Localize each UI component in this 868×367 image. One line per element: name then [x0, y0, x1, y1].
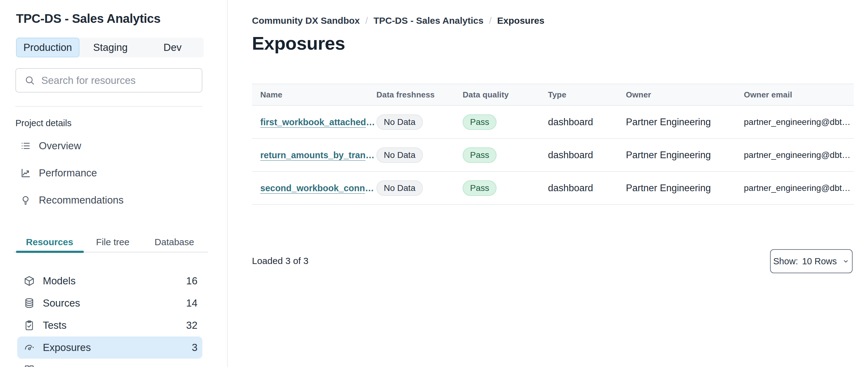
page-size-label: Show:: [773, 256, 798, 266]
env-tab-staging[interactable]: Staging: [80, 38, 142, 57]
resource-count: 3: [192, 342, 197, 354]
clipboard-check-icon: [24, 320, 35, 331]
breadcrumb-current: Exposures: [497, 16, 544, 26]
breadcrumb: Community DX Sandbox / TPC-DS - Sales An…: [252, 16, 544, 26]
search-input[interactable]: [41, 75, 194, 86]
search-icon: [25, 75, 35, 86]
sidebar-item-label: Exposures: [43, 342, 184, 354]
exposure-owner-email: partner_engineering@dbt…: [744, 150, 854, 160]
exposure-name-link[interactable]: first_workbook_attached…: [260, 117, 375, 127]
sidebar-item-label: Performance: [39, 167, 97, 179]
column-header-owner-email: Owner email: [744, 90, 854, 100]
tab-file-tree[interactable]: File tree: [84, 233, 142, 251]
exposure-type: dashboard: [548, 117, 626, 128]
page-size-dropdown[interactable]: Show: 10 Rows: [770, 249, 852, 273]
data-freshness-badge: No Data: [376, 180, 423, 196]
list-icon: [20, 141, 31, 151]
sidebar: TPC-DS - Sales Analytics Production Stag…: [0, 0, 227, 367]
data-freshness-badge: No Data: [376, 147, 423, 163]
sidebar-item-label: Overview: [39, 140, 81, 152]
data-quality-badge: Pass: [463, 147, 497, 163]
sidebar-item-models[interactable]: Models 16: [17, 270, 203, 292]
table-row: second_workbook_conn… No Data Pass dashb…: [252, 172, 854, 205]
gauge-icon: [24, 342, 35, 353]
lightbulb-icon: [20, 195, 31, 205]
sidebar-item-performance[interactable]: Performance: [16, 164, 188, 182]
exposure-type: dashboard: [548, 182, 626, 194]
exposure-owner: Partner Engineering: [626, 182, 744, 194]
breadcrumb-project[interactable]: TPC-DS - Sales Analytics: [373, 16, 483, 26]
data-quality-badge: Pass: [463, 114, 497, 130]
exposure-owner: Partner Engineering: [626, 149, 744, 161]
tab-active-indicator: [16, 251, 84, 253]
breadcrumb-separator: /: [489, 16, 492, 26]
grid-icon: [24, 364, 35, 367]
exposure-type: dashboard: [548, 149, 626, 161]
exposure-owner-email: partner_engineering@dbt…: [744, 183, 854, 193]
table-row: first_workbook_attached… No Data Pass da…: [252, 106, 854, 139]
table-row: return_amounts_by_tran… No Data Pass das…: [252, 139, 854, 172]
sidebar-item-label: Models: [43, 275, 178, 287]
env-tab-production[interactable]: Production: [16, 38, 80, 57]
environment-tabs: Production Staging Dev: [16, 38, 204, 57]
loaded-status: Loaded 3 of 3: [252, 256, 309, 266]
sidebar-item-recommendations[interactable]: Recommendations: [16, 191, 188, 209]
resource-count: 14: [186, 297, 197, 309]
exposure-name-link[interactable]: return_amounts_by_tran…: [260, 150, 375, 160]
page-size-value: 10 Rows: [802, 256, 837, 266]
truncation-mark: …: [842, 183, 850, 193]
cube-icon: [24, 275, 35, 286]
breadcrumb-account[interactable]: Community DX Sandbox: [252, 16, 360, 26]
column-header-owner: Owner: [626, 90, 744, 100]
sidebar-item-exposures[interactable]: Exposures 3: [17, 336, 203, 359]
sidebar-item-tests[interactable]: Tests 32: [17, 314, 203, 336]
data-freshness-badge: No Data: [376, 114, 423, 130]
exposure-owner-email: partner_engineering@dbt…: [744, 117, 854, 127]
exposure-owner: Partner Engineering: [626, 117, 744, 128]
page-title: Exposures: [252, 33, 345, 54]
column-header-data-quality: Data quality: [463, 90, 548, 100]
project-title: TPC-DS - Sales Analytics: [16, 12, 160, 26]
truncation-mark: …: [365, 183, 374, 193]
chart-line-icon: [20, 168, 31, 178]
tab-resources[interactable]: Resources: [16, 233, 84, 251]
env-tab-dev[interactable]: Dev: [142, 38, 204, 57]
project-details-label: Project details: [16, 118, 71, 128]
breadcrumb-separator: /: [365, 16, 368, 26]
sidebar-item-sources[interactable]: Sources 14: [17, 292, 203, 314]
sidebar-item-overview[interactable]: Overview: [16, 137, 188, 155]
resource-view-tabs: Resources File tree Database: [16, 233, 207, 251]
sidebar-item-partial[interactable]: [17, 359, 203, 367]
chevron-down-icon: [841, 257, 849, 265]
truncation-mark: …: [366, 150, 375, 160]
data-quality-badge: Pass: [463, 180, 497, 196]
sidebar-item-label: Tests: [43, 319, 178, 331]
truncation-mark: …: [842, 150, 850, 160]
sidebar-item-label: Recommendations: [39, 194, 124, 206]
tab-database[interactable]: Database: [142, 233, 207, 251]
column-header-type: Type: [548, 90, 626, 100]
database-icon: [24, 298, 35, 309]
column-header-name: Name: [260, 90, 376, 100]
sidebar-item-label: Sources: [43, 297, 178, 309]
exposures-table: Name Data freshness Data quality Type Ow…: [252, 84, 854, 205]
main-content: Community DX Sandbox / TPC-DS - Sales An…: [227, 0, 868, 367]
sidebar-divider: [16, 106, 203, 107]
truncation-mark: …: [366, 117, 375, 127]
table-header-row: Name Data freshness Data quality Type Ow…: [252, 84, 854, 106]
column-header-data-freshness: Data freshness: [376, 90, 463, 100]
resource-count: 16: [186, 275, 197, 287]
resource-search[interactable]: [16, 68, 203, 92]
resource-count: 32: [186, 319, 197, 331]
dbt-explorer-app: TPC-DS - Sales Analytics Production Stag…: [0, 0, 868, 367]
truncation-mark: …: [842, 117, 850, 127]
exposure-name-link[interactable]: second_workbook_conn…: [260, 183, 374, 193]
